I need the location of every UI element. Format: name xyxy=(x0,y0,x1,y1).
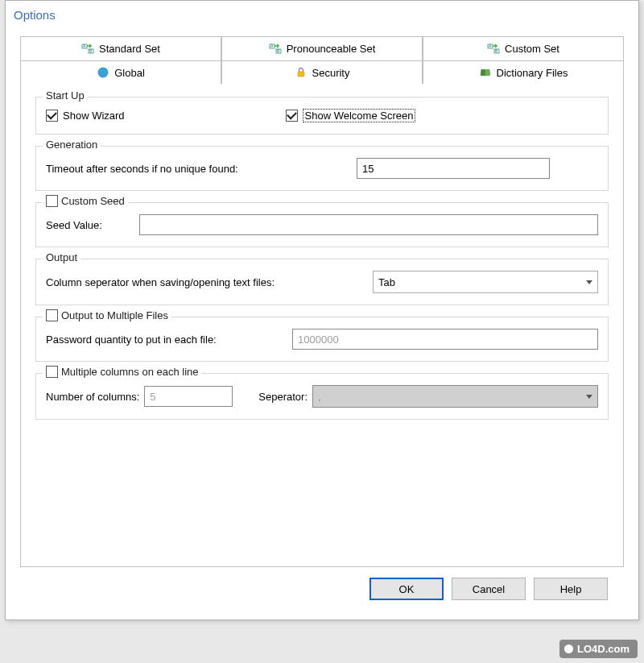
group-generation: Generation Timeout after seconds if no u… xyxy=(35,146,609,191)
pronounceable-set-icon: AB xyxy=(269,43,282,56)
options-dialog: Options AB Standard Set AB Prono xyxy=(5,0,639,620)
checkbox-custom-seed[interactable] xyxy=(46,195,58,207)
group-legend: Output to Multiple Files xyxy=(43,309,171,321)
button-label: Cancel xyxy=(473,583,505,595)
button-row: OK Cancel Help xyxy=(20,568,624,600)
tab-container: AB Standard Set AB Pronounceable Set AB … xyxy=(20,36,624,568)
lock-icon xyxy=(295,66,308,79)
seed-label: Seed Value: xyxy=(46,219,134,231)
tab-pronounceable-set[interactable]: AB Pronounceable Set xyxy=(221,36,423,60)
ok-button[interactable]: OK xyxy=(369,578,444,600)
legend-label[interactable]: Custom Seed xyxy=(61,195,125,207)
timeout-label: Timeout after seconds if no unique found… xyxy=(46,163,352,175)
numcols-input xyxy=(144,386,233,407)
separator-label: Column seperator when saving/opening tex… xyxy=(46,276,368,288)
group-startup: Start Up Show Wizard Show Welcome Screen xyxy=(35,97,609,135)
help-button[interactable]: Help xyxy=(534,578,608,600)
group-legend: Custom Seed xyxy=(43,195,128,207)
button-label: Help xyxy=(560,583,582,595)
tab-security[interactable]: Security xyxy=(221,60,423,85)
watermark: LO4D.com xyxy=(559,640,638,658)
numcols-label: Number of columns: xyxy=(46,391,139,403)
tab-standard-set[interactable]: AB Standard Set xyxy=(20,36,221,60)
book-icon xyxy=(479,66,492,79)
combo-value: , xyxy=(318,391,321,403)
group-multicol: Multiple columns on each line Number of … xyxy=(35,373,609,420)
tab-label: Custom Set xyxy=(505,43,559,55)
dialog-content: AB Standard Set AB Pronounceable Set AB … xyxy=(6,28,638,600)
tab-panel-global: Start Up Show Wizard Show Welcome Screen xyxy=(20,84,624,567)
tab-custom-set[interactable]: AB Custom Set xyxy=(423,36,624,60)
svg-rect-15 xyxy=(298,72,304,77)
group-custom-seed: Custom Seed Seed Value: xyxy=(35,202,609,247)
cancel-button[interactable]: Cancel xyxy=(452,578,526,600)
checkbox-show-wizard[interactable] xyxy=(46,110,58,122)
tab-label: Dictionary Files xyxy=(497,67,568,79)
close-button[interactable] xyxy=(603,2,638,27)
group-multifile: Output to Multiple Files Password quanti… xyxy=(35,317,609,362)
checkbox-label[interactable]: Show Welcome Screen xyxy=(303,109,416,122)
group-legend: Generation xyxy=(43,139,101,151)
checkbox-multiple-columns[interactable] xyxy=(46,366,58,378)
checkbox-show-welcome[interactable] xyxy=(286,110,298,122)
globe-icon xyxy=(97,66,109,79)
group-legend: Multiple columns on each line xyxy=(43,366,202,378)
tab-label: Pronounceable Set xyxy=(287,43,376,55)
tab-dictionary-files[interactable]: Dictionary Files xyxy=(423,60,624,85)
colsep-label: Seperator: xyxy=(258,391,308,403)
tab-label: Security xyxy=(312,67,350,79)
qty-input xyxy=(292,329,598,350)
chevron-down-icon xyxy=(586,280,592,284)
tab-row-top: AB Standard Set AB Pronounceable Set AB … xyxy=(20,36,624,60)
tab-label: Standard Set xyxy=(99,43,160,55)
checkbox-label[interactable]: Show Wizard xyxy=(63,110,125,122)
group-output: Output Column seperator when saving/open… xyxy=(35,259,609,305)
legend-label[interactable]: Output to Multiple Files xyxy=(61,309,168,321)
tab-label: Global xyxy=(114,67,145,79)
legend-label[interactable]: Multiple columns on each line xyxy=(61,366,199,378)
window-title: Options xyxy=(14,8,56,22)
svg-point-14 xyxy=(98,68,109,78)
custom-set-icon: AB xyxy=(487,43,500,56)
tab-row-bottom: Global Security Dictionary Files xyxy=(20,60,624,85)
standard-set-icon: AB xyxy=(81,43,94,56)
button-label: OK xyxy=(399,583,415,595)
tab-global[interactable]: Global xyxy=(20,60,221,85)
colsep-combo: , xyxy=(312,385,598,408)
watermark-text: LO4D.com xyxy=(577,643,630,655)
separator-combo[interactable]: Tab xyxy=(373,271,598,293)
qty-label: Password quantity to put in each file: xyxy=(46,334,287,346)
group-legend: Output xyxy=(43,251,80,263)
titlebar: Options xyxy=(6,1,638,28)
chevron-down-icon xyxy=(586,395,592,399)
timeout-input[interactable] xyxy=(357,158,550,179)
seed-input[interactable] xyxy=(139,214,598,235)
watermark-icon xyxy=(564,644,573,653)
checkbox-output-multiple[interactable] xyxy=(46,309,58,321)
combo-value: Tab xyxy=(378,276,395,288)
group-legend: Start Up xyxy=(43,89,88,102)
